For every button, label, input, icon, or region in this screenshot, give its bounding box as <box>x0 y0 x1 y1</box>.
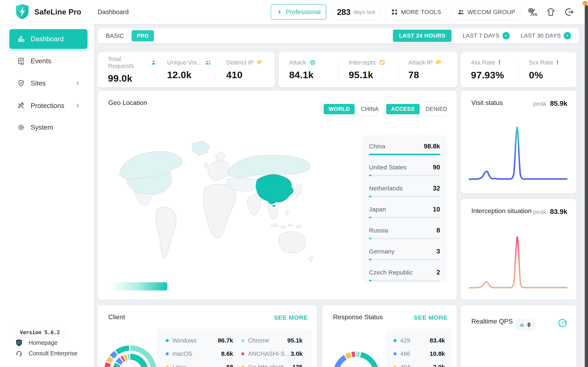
country-row: Czech Republic 2 <box>369 269 440 290</box>
legend-value: 3.0k <box>291 350 303 357</box>
top-bar: SafeLine Pro Dashboard Professional 283 … <box>0 0 588 24</box>
visit-status-title: Visit status <box>471 99 503 107</box>
stat-value: 95.1k <box>349 69 398 80</box>
toggle-denied[interactable]: DENIED <box>421 104 452 114</box>
legend-item: macOS 8.6k <box>166 350 233 357</box>
country-ranking: China 98.8k United States 90 Netherlands… <box>362 135 447 283</box>
edition-badge[interactable]: Professional <box>271 5 326 20</box>
sidebar-item-label: System <box>31 124 53 131</box>
sidebar-item-events[interactable]: Events <box>9 51 87 71</box>
wecom-group-button[interactable]: WECOM GROUP <box>452 5 520 20</box>
stat-attack-ip: Attack IP IP 78 <box>398 59 457 80</box>
legend-dot <box>393 339 397 342</box>
page-scrollbar[interactable] <box>585 5 588 367</box>
theme-skin-button[interactable] <box>544 6 557 19</box>
events-icon <box>17 57 25 65</box>
country-bar <box>369 217 371 218</box>
qps-bars-icon <box>519 322 524 327</box>
sidebar-item-label: Sites <box>31 79 46 87</box>
legend-value: 8.6k <box>221 350 233 357</box>
days-value: 283 <box>337 8 351 17</box>
stat-attack: Attack 84.1k <box>279 59 338 80</box>
stat-total-requests: Total Requests 99.0k <box>98 56 156 84</box>
country-row: China 98.8k <box>369 142 440 164</box>
range-last-24-hours[interactable]: LAST 24 HOURS <box>393 30 452 42</box>
notification-dot <box>583 1 588 6</box>
ban-icon <box>379 59 385 66</box>
sidebar-item-protections[interactable]: Protections <box>9 96 87 116</box>
sidebar-item-system[interactable]: System <box>9 117 87 137</box>
wecom-label: WECOM GROUP <box>468 9 515 16</box>
brand: SafeLine Pro <box>0 3 94 21</box>
legend-item: 466 10.8k <box>393 350 445 357</box>
license-days: 283 days last <box>332 5 380 20</box>
range-last-30-days[interactable]: LAST 30 DAYS <box>521 32 571 39</box>
tab-pro[interactable]: PRO <box>132 30 154 42</box>
response-status-title: Response Status <box>333 313 383 321</box>
country-row: United States 90 <box>369 164 440 184</box>
world-map[interactable] <box>106 137 322 275</box>
safeline-dashboard: SafeLine Pro Dashboard Professional 283 … <box>0 0 588 367</box>
response-see-more-link[interactable]: SEE MORE <box>414 314 448 321</box>
dashboard-icon <box>17 35 25 43</box>
sidebar-item-dashboard[interactable]: Dashboard <box>9 29 87 49</box>
legend-dot <box>166 352 169 355</box>
stat-5xx-rate: 5xx Rate ! 0% <box>518 59 576 81</box>
toggle-access[interactable]: ACCESS <box>386 104 420 114</box>
visit-status-card: Visit status peak 85.9k <box>461 91 576 193</box>
client-see-more-link[interactable]: SEE MORE <box>274 314 308 321</box>
logout-icon <box>564 7 574 17</box>
traffic-mode-toggle: ACCESS DENIED <box>384 101 447 117</box>
filter-bar: BASIC PRO LAST 24 HOURS LAST 7 DAYS LAST… <box>98 28 579 43</box>
legend-item: Go-http-client 135 <box>241 364 303 367</box>
qps-refresh-icon[interactable] <box>558 318 567 329</box>
legend-item: Chrome 95.1k <box>241 337 303 344</box>
consult-enterprise-link[interactable]: Consult Enterprise <box>16 350 77 357</box>
stat-label: Unique Vis... <box>167 59 202 66</box>
homepage-link[interactable]: Homepage <box>16 339 58 346</box>
client-donut-chart <box>100 341 161 367</box>
legend-dot <box>393 366 397 367</box>
tab-basic[interactable]: BASIC <box>106 33 124 39</box>
logout-button[interactable] <box>563 6 576 19</box>
toggle-china[interactable]: CHINA <box>356 104 383 114</box>
legend-value: 10.8k <box>430 350 445 357</box>
range-last-7-days[interactable]: LAST 7 DAYS <box>462 32 510 39</box>
stat-value: 0% <box>529 69 576 81</box>
sidebar-item-sites[interactable]: Sites <box>9 74 87 93</box>
app-title: SafeLine Pro <box>34 8 81 16</box>
shield-check-icon <box>17 79 25 87</box>
map-density-legend <box>110 282 167 291</box>
svg-text:EN: EN <box>533 13 537 16</box>
legend-value: 2.0k <box>433 364 445 367</box>
topbar-actions: Professional 283 days last MORE TOOLS <box>271 5 588 20</box>
realtime-qps-card: Realtime QPS 0 <box>461 305 576 367</box>
country-row: Netherlands 32 <box>369 184 440 206</box>
visitor-icon <box>151 59 156 66</box>
toggle-world[interactable]: WORLD <box>324 104 355 114</box>
pro-bolt-icon <box>564 32 571 39</box>
translate-icon: EN <box>528 7 537 17</box>
legend-name: Go-http-client <box>248 364 284 367</box>
stat-label: Attack <box>289 59 306 66</box>
days-unit: days last <box>353 9 375 15</box>
sidebar-item-label: Dashboard <box>31 35 64 43</box>
client-card: Client SEE MORE <box>98 305 317 367</box>
legend-dot <box>241 366 244 367</box>
stat-value: 78 <box>408 69 457 80</box>
legend-name: Linux <box>172 364 187 367</box>
interception-peak: peak 83.9k <box>533 208 567 216</box>
country-row: Japan 10 <box>369 206 440 226</box>
alert-icon: ! <box>556 59 558 66</box>
country-name: Netherlands <box>369 185 403 192</box>
language-toggle-button[interactable]: EN <box>526 6 539 19</box>
breadcrumb: Dashboard <box>98 8 129 16</box>
more-tools-button[interactable]: MORE TOOLS <box>386 5 446 20</box>
client-title: Client <box>108 313 125 321</box>
qps-value-badge: 0 <box>515 319 535 330</box>
version-badge: Version 5.6.2 <box>14 328 66 337</box>
legend-item: ANCHASHI-S... 3.0k <box>241 350 303 357</box>
stat-label: Total Requests <box>108 56 147 69</box>
legend-value: 135 <box>292 364 303 367</box>
response-legend: 429 83.4k 466 10.8k 404 2.0k <box>386 329 452 367</box>
